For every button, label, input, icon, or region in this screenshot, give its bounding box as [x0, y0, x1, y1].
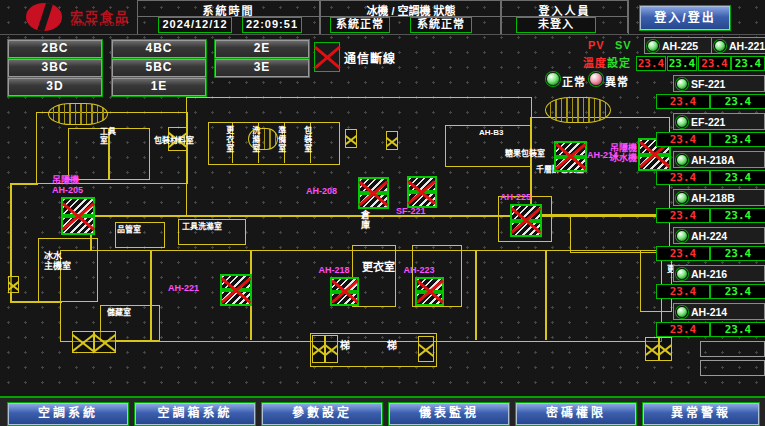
ahu-status-value: 系統正常 — [410, 17, 472, 33]
floor-button-4BC[interactable]: 4BC — [112, 40, 206, 58]
unit-name-label: EF-221 — [691, 116, 725, 128]
unit-sv-value: 23.4 — [710, 170, 765, 185]
unit-name-label: AH-224 — [691, 230, 727, 242]
equipment-AH-208[interactable] — [358, 177, 389, 209]
unit-name-label: AH-221A — [729, 40, 765, 52]
elevator-shaft — [312, 335, 338, 363]
unit-status-led-icon — [676, 78, 688, 90]
floor-button-2BC[interactable]: 2BC — [8, 40, 102, 58]
equipment-tag-label: AH-218 — [319, 265, 350, 275]
equipment-tag-label: 吊隱機 冰水機 — [610, 143, 637, 163]
system-time-value: 22:09:51 — [242, 17, 302, 33]
elevator-x-icon — [312, 335, 325, 363]
equipment-SF-221[interactable] — [407, 176, 437, 208]
system-time-label: 系統時間 — [138, 2, 319, 17]
stairs-icon — [545, 97, 611, 123]
unit-sv-value: 23.4 — [710, 246, 765, 261]
elevator-x-icon — [325, 335, 338, 363]
sidebar-empty-slot — [700, 360, 765, 376]
plan-room-outline — [570, 215, 670, 253]
equipment-tag-label: SF-221 — [396, 206, 426, 216]
floor-button-1E[interactable]: 1E — [112, 78, 206, 96]
plan-wall-line — [150, 250, 152, 340]
elevator-shaft — [345, 129, 357, 148]
plan-room-label: 包裝材料室 — [154, 137, 194, 146]
elevator-shaft — [72, 331, 116, 353]
equipment-AH-205[interactable] — [61, 197, 95, 235]
header-separator — [0, 34, 765, 35]
sidebar-unit-AH-225[interactable]: AH-225 — [644, 37, 712, 54]
unit-status-led-icon — [647, 40, 659, 52]
brand-logo: 宏亞食品 HUNYA FOODS — [0, 0, 136, 33]
plan-room-label: 洗滌室 — [250, 126, 259, 153]
equipment-AH-214[interactable] — [554, 141, 587, 172]
sidebar-unit-EF-221[interactable]: EF-221 — [673, 113, 765, 130]
equipment-AH-218[interactable] — [330, 277, 359, 306]
nav-ahu-system[interactable]: 空調箱系統 — [135, 403, 255, 425]
unit-name-label: AH-218A — [691, 154, 735, 166]
unit-name-label: SF-221 — [691, 78, 725, 90]
sidebar-unit-AH-221A[interactable]: AH-221A — [711, 37, 765, 54]
unit-name-label: AH-225 — [662, 40, 698, 52]
equipment-AH-223[interactable] — [415, 277, 444, 306]
plan-room-label: 更衣室 — [224, 126, 233, 153]
unit-pv-value: 23.4 — [656, 322, 710, 337]
unit-status-led-icon — [676, 268, 688, 280]
normal-label: 正常 — [562, 73, 586, 89]
unit-name-label: AH-214 — [691, 306, 727, 318]
equipment-AH-225[interactable] — [510, 204, 542, 237]
sidebar-unit-SF-221[interactable]: SF-221 — [673, 75, 765, 92]
plan-room-label: 儲藏室 — [107, 309, 131, 318]
nav-abnormal-alarm[interactable]: 異常警報 — [643, 403, 759, 425]
sidebar-unit-AH-216[interactable]: AH-216 — [673, 265, 765, 282]
temp-setting-label-green: 設定 — [607, 54, 631, 70]
unit-pv-value: 23.4 — [656, 170, 710, 185]
plan-room-label: 包裝室 — [302, 126, 311, 153]
sv-label: SV — [615, 39, 632, 51]
equipment-tag-label: AH-221 — [168, 283, 199, 293]
plan-wall-line — [545, 250, 547, 340]
equipment-AH-221[interactable] — [220, 274, 252, 306]
equipment-tag-label: AH-208 — [306, 186, 337, 196]
unit-pv-value: 23.4 — [656, 132, 710, 147]
plan-wall-line — [475, 250, 477, 340]
plan-room-label: 工具 室 — [100, 128, 116, 146]
comm-loss-label: 通信斷線 — [344, 49, 396, 66]
plan-room-label: 梯 — [387, 340, 397, 351]
plan-room-label: 工具洗滌室 — [182, 223, 222, 232]
unit-pv-value: 23.4 — [656, 208, 710, 223]
sidebar-unit-AH-224[interactable]: AH-224 — [673, 227, 765, 244]
elevator-shaft — [386, 131, 398, 150]
floor-button-3BC[interactable]: 3BC — [8, 59, 102, 77]
abnormal-label: 異常 — [605, 73, 629, 89]
plan-room-label: 冰水 主機室 — [44, 252, 71, 272]
unit-status-led-icon — [676, 192, 688, 204]
bottom-nav-bar: 空調系統空調箱系統參數設定儀表監視密碼權限異常警報 — [0, 396, 765, 426]
unit-sv-value: 23.4 — [710, 208, 765, 223]
floor-button-3E[interactable]: 3E — [215, 59, 309, 77]
unit-name-label: AH-216 — [691, 268, 727, 280]
hmi-screen: 宏亞食品 HUNYA FOODS 系統時間 2024/12/12 22:09:5… — [0, 0, 765, 426]
plan-wall-line — [10, 301, 62, 303]
nav-ac-system[interactable]: 空調系統 — [8, 403, 128, 425]
sidebar-unit-AH-218B[interactable]: AH-218B — [673, 189, 765, 206]
login-logout-button[interactable]: 登入/登出 — [640, 6, 730, 30]
floor-button-2E[interactable]: 2E — [215, 40, 309, 58]
sidebar-unit-AH-214[interactable]: AH-214 — [673, 303, 765, 320]
elevator-shaft — [8, 276, 19, 293]
sidebar-unit-AH-218A[interactable]: AH-218A — [673, 151, 765, 168]
floor-button-3D[interactable]: 3D — [8, 78, 102, 96]
plan-room-label: 糖果包裝室 — [505, 150, 545, 159]
unit-status-led-icon — [676, 116, 688, 128]
nav-meter-monitoring[interactable]: 儀表監視 — [389, 403, 509, 425]
nav-parameter-settings[interactable]: 參數設定 — [262, 403, 382, 425]
unit-sv-value: 23.4 — [710, 94, 765, 109]
unit-sv-value: 23.4 — [710, 284, 765, 299]
nav-password-permission[interactable]: 密碼權限 — [516, 403, 636, 425]
elevator-x-icon — [645, 337, 659, 361]
unit-pv-value: 23.4 — [656, 246, 710, 261]
login-user-value: 未登入 — [516, 17, 596, 33]
elevator-shaft — [645, 337, 672, 361]
floor-button-5BC[interactable]: 5BC — [112, 59, 206, 77]
equipment-tag-label: AH-225 — [500, 192, 531, 202]
